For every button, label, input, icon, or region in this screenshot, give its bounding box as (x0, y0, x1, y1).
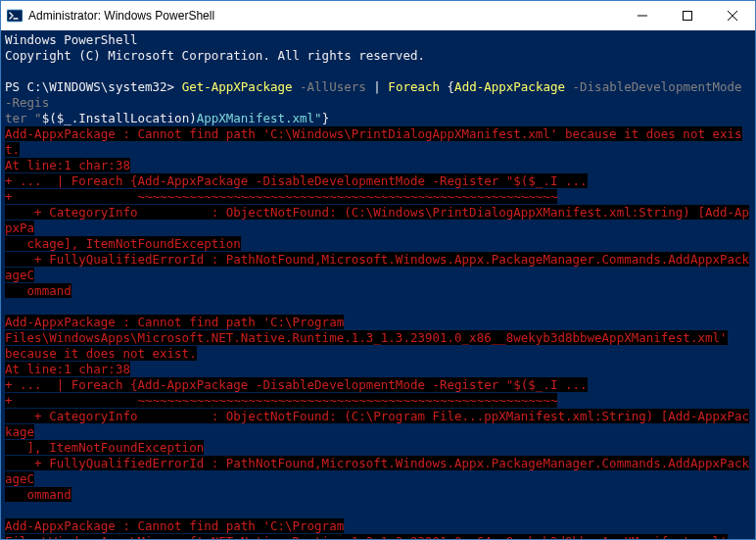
powershell-window: Administrator: Windows PowerShell Window… (0, 0, 756, 540)
error-line: ommand (5, 487, 71, 502)
prompt-line-2: ter "$($_.InstallLocation)AppXManifest.x… (5, 111, 329, 125)
error-line: + FullyQualifiedErrorId : PathNotFound,M… (5, 252, 749, 282)
blank-line (5, 64, 751, 79)
prompt-path: PS C:\WINDOWS\system32> (5, 79, 182, 94)
str-part: AppXManifest.xml" (197, 111, 322, 125)
error-line: ommand (5, 283, 71, 298)
error-line: ckage], ItemNotFoundException (5, 236, 241, 251)
blank-line (5, 503, 751, 518)
param-allusers: -AllUsers (293, 79, 366, 94)
titlebar[interactable]: Administrator: Windows PowerShell (1, 1, 755, 30)
error-line: because it does not exist. (5, 346, 197, 361)
cmd-addapp: Add-AppxPackage (454, 79, 565, 94)
error-line: Files\WindowsApps\Microsoft.NET.Native.R… (5, 330, 728, 345)
close-button[interactable] (710, 1, 755, 30)
powershell-icon (7, 8, 23, 24)
error-block-2: Add-AppxPackage : Cannot find path 'C:\P… (5, 315, 344, 329)
var-part: $($_.InstallLocation) (42, 111, 197, 125)
window-title: Administrator: Windows PowerShell (28, 9, 620, 23)
error-line: Files\WindowsApps\Microsoft.NET.Native.R… (5, 534, 728, 539)
minimize-button[interactable] (620, 1, 665, 30)
error-line: At line:1 char:38 (5, 362, 130, 376)
brace-close: } (322, 111, 330, 125)
error-block-1: Add-AppxPackage : Cannot find path 'C:\W… (5, 126, 742, 157)
terminal-output[interactable]: Windows PowerShell Copyright (C) Microso… (1, 30, 755, 539)
svg-rect-3 (684, 12, 692, 21)
error-line: + ... | Foreach {Add-AppxPackage -Disabl… (5, 173, 588, 188)
cmd-foreach: Foreach (388, 79, 440, 94)
header-line1: Windows PowerShell (5, 32, 137, 47)
window-controls (620, 1, 755, 30)
error-line: + CategoryInfo : ObjectNotFound: (C:\Win… (5, 205, 749, 235)
blank-line (5, 299, 751, 315)
param-reg2: ter (5, 111, 34, 125)
cmd-getapp: Get-AppXPackage (182, 79, 293, 94)
error-line: + CategoryInfo : ObjectNotFound: (C:\Pro… (5, 409, 749, 439)
brace-open: { (440, 79, 454, 94)
error-block-3: Add-AppxPackage : Cannot find path 'C:\P… (5, 518, 344, 533)
error-line: + FullyQualifiedErrorId : PathNotFound,M… (5, 456, 749, 486)
prompt-line: PS C:\WINDOWS\system32> Get-AppXPackage … (5, 79, 749, 110)
error-line: At line:1 char:38 (5, 158, 130, 172)
svg-rect-0 (7, 10, 23, 22)
error-line: + ~~~~~~~~~~~~~~~~~~~~~~~~~~~~~~~~~~~~~~… (5, 393, 557, 408)
header-line2: Copyright (C) Microsoft Corporation. All… (5, 48, 425, 63)
error-line: ], ItemNotFoundException (5, 440, 204, 455)
quote-open: " (34, 111, 42, 125)
param-ddm: -DisableDevelopmentMode (565, 79, 742, 94)
error-line: + ... | Foreach {Add-AppxPackage -Disabl… (5, 377, 588, 392)
maximize-button[interactable] (665, 1, 710, 30)
pipe: | (366, 79, 389, 94)
error-line: + ~~~~~~~~~~~~~~~~~~~~~~~~~~~~~~~~~~~~~~… (5, 189, 557, 204)
